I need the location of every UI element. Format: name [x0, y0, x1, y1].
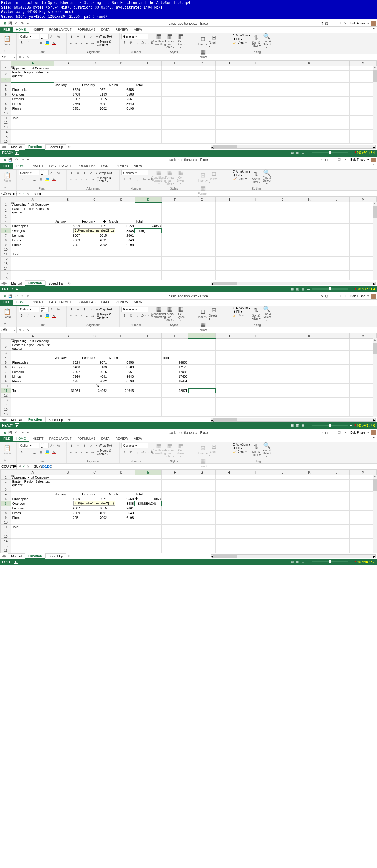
- cell-E14[interactable]: [135, 402, 162, 407]
- cell-B8[interactable]: 7669: [54, 510, 81, 515]
- cell-H6[interactable]: [215, 92, 242, 97]
- cell-K8[interactable]: [296, 101, 323, 106]
- cell-H12[interactable]: [215, 393, 242, 398]
- collapse-ribbon-icon[interactable]: ˄: [371, 163, 377, 169]
- cell-F11[interactable]: [162, 116, 188, 120]
- cell-H12[interactable]: [215, 120, 242, 125]
- zoom-slider[interactable]: [312, 288, 348, 289]
- border-icon[interactable]: ▦: [38, 449, 44, 455]
- align-center-icon[interactable]: ≡: [74, 450, 79, 455]
- cell-K9[interactable]: [296, 106, 323, 111]
- cell-A8[interactable]: Limes: [11, 374, 54, 379]
- cell-I3[interactable]: [242, 78, 269, 83]
- cell-E2[interactable]: [135, 207, 162, 214]
- cell-H2[interactable]: [215, 207, 242, 214]
- cell-B16[interactable]: [54, 275, 81, 280]
- col-header-L[interactable]: L: [323, 333, 350, 339]
- tab-view[interactable]: VIEW: [131, 163, 145, 169]
- fx-icon[interactable]: fx: [27, 465, 31, 468]
- cell-C11[interactable]: [81, 525, 108, 529]
- row-header-4[interactable]: 4: [1, 219, 11, 224]
- align-left-icon[interactable]: ≡: [68, 177, 73, 182]
- cell-J2[interactable]: [269, 480, 296, 487]
- row-header-7[interactable]: 7: [1, 370, 11, 374]
- row-header-8[interactable]: 8: [1, 374, 11, 379]
- cell-A5[interactable]: Pineapples: [11, 224, 54, 228]
- cell-A14[interactable]: [11, 539, 54, 544]
- cell-B11[interactable]: [54, 116, 81, 120]
- cell-C13[interactable]: [81, 261, 108, 266]
- sheet-nav-next-icon[interactable]: ▶: [4, 418, 7, 422]
- cell-G10[interactable]: [188, 520, 215, 525]
- cell-F6[interactable]: 17179: [162, 365, 188, 370]
- cell-H1[interactable]: [215, 202, 242, 207]
- cell-K6[interactable]: [296, 365, 323, 370]
- cell-L10[interactable]: [323, 247, 350, 252]
- format-as-table-button[interactable]: ▦Format as Table ▾: [165, 443, 175, 457]
- cell-B12[interactable]: [54, 257, 81, 261]
- sort-filter-button[interactable]: ⇅Sort & Filter ▾: [251, 443, 261, 457]
- cell-K10[interactable]: [296, 520, 323, 525]
- sort-filter-button[interactable]: ⇅Sort & Filter ▾: [251, 34, 261, 47]
- cell-E12[interactable]: [135, 393, 162, 398]
- collapse-ribbon-icon[interactable]: ˄: [371, 436, 377, 442]
- orientation-icon[interactable]: ⤢: [88, 34, 94, 39]
- cell-E7[interactable]: [135, 97, 162, 101]
- row-header-5[interactable]: 5: [1, 360, 11, 365]
- row-header-14[interactable]: 14: [1, 130, 11, 134]
- vertical-scrollbar[interactable]: ▲: [373, 338, 377, 416]
- col-header-H[interactable]: H: [215, 197, 242, 202]
- cell-L4[interactable]: [323, 83, 350, 87]
- cell-H3[interactable]: [215, 214, 242, 219]
- cell-I10[interactable]: [242, 111, 269, 116]
- cell-E1[interactable]: [135, 339, 162, 343]
- sheet-nav-prev-icon[interactable]: ◀: [1, 418, 4, 422]
- macro-record-icon[interactable]: ▶: [15, 287, 19, 291]
- tab-file[interactable]: FILE: [0, 163, 13, 169]
- cell-L10[interactable]: [323, 520, 350, 525]
- cell-B16[interactable]: [54, 412, 81, 416]
- row-header-6[interactable]: 6: [1, 92, 11, 97]
- merge-center-button[interactable]: ⊞ Merge & Center ▾: [97, 176, 118, 183]
- cell-I3[interactable]: [242, 487, 269, 492]
- cell-D3[interactable]: [108, 78, 135, 83]
- tab-view[interactable]: VIEW: [131, 300, 145, 306]
- cell-A1[interactable]: Appealing Fruit Company: [11, 475, 54, 480]
- cell-K8[interactable]: [296, 374, 323, 379]
- cell-H10[interactable]: [215, 383, 242, 388]
- undo-icon[interactable]: ↶: [14, 294, 19, 299]
- cell-B1[interactable]: [54, 202, 81, 207]
- cell-F9[interactable]: [162, 515, 188, 520]
- cell-F2[interactable]: [162, 343, 188, 351]
- cell-I7[interactable]: [242, 97, 269, 101]
- cell-H3[interactable]: [215, 487, 242, 492]
- cell-J4[interactable]: [269, 83, 296, 87]
- cell-F10[interactable]: [162, 111, 188, 116]
- cell-G16[interactable]: [188, 412, 215, 416]
- cell-K2[interactable]: [296, 70, 323, 78]
- cell-L12[interactable]: [323, 393, 350, 398]
- increase-decimal-icon[interactable]: .0→: [141, 40, 147, 45]
- cell-B1[interactable]: [54, 339, 81, 343]
- cell-B13[interactable]: [54, 261, 81, 266]
- cell-K13[interactable]: [296, 261, 323, 266]
- close-icon[interactable]: ✕: [343, 21, 348, 26]
- cell-J9[interactable]: [269, 515, 296, 520]
- col-header-F[interactable]: F: [162, 197, 188, 202]
- cell-D1[interactable]: [108, 202, 135, 207]
- macro-record-icon[interactable]: ▶: [14, 560, 18, 564]
- cell-B9[interactable]: 2251: [54, 243, 81, 247]
- cell-B6[interactable]: 5408: [54, 92, 81, 97]
- cell-E12[interactable]: [135, 529, 162, 534]
- zoom-slider[interactable]: [312, 152, 348, 153]
- cell-C16[interactable]: [81, 275, 108, 280]
- add-sheet-icon[interactable]: ⊕: [66, 145, 72, 149]
- wrap-text-button[interactable]: ↩ Wrap Text: [96, 444, 112, 447]
- cell-I13[interactable]: [242, 398, 269, 402]
- row-header-15[interactable]: 15: [1, 134, 11, 139]
- cell-B12[interactable]: [54, 120, 81, 125]
- cell-D2[interactable]: [108, 480, 135, 487]
- cell-A12[interactable]: [11, 393, 54, 398]
- ribbon-display-icon[interactable]: ▢: [325, 22, 328, 25]
- cell-I7[interactable]: [242, 370, 269, 374]
